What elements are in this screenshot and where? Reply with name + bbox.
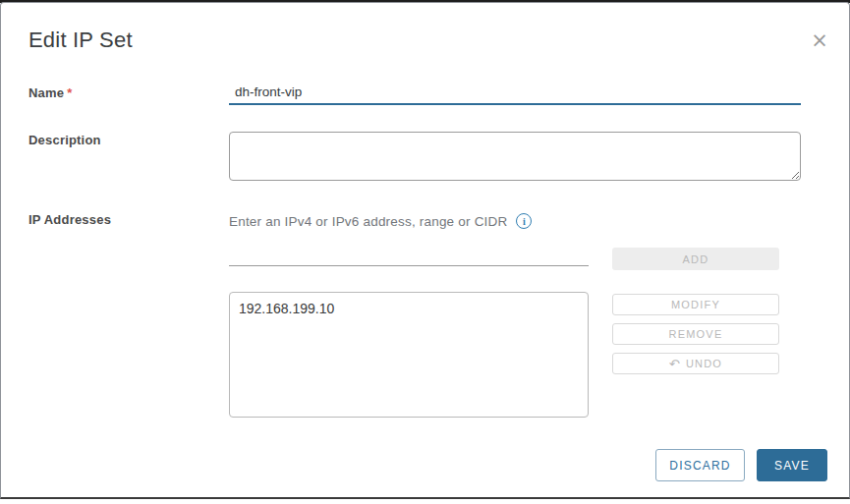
- undo-button-label: UNDO: [686, 358, 722, 369]
- description-label: Description: [28, 133, 101, 147]
- screen: Edit IP Set × Name* Description IP Addre…: [0, 0, 850, 504]
- ip-hint-row: Enter an IPv4 or IPv6 address, range or …: [229, 213, 532, 229]
- name-label: Name*: [28, 85, 72, 100]
- undo-icon: ↶: [669, 358, 681, 370]
- required-asterisk: *: [67, 85, 72, 100]
- name-label-text: Name: [28, 85, 64, 100]
- ip-addresses-label: IP Addresses: [28, 212, 111, 227]
- save-button[interactable]: SAVE: [757, 449, 827, 481]
- modify-button[interactable]: MODIFY: [612, 294, 779, 315]
- remove-button[interactable]: REMOVE: [612, 323, 779, 345]
- ip-hint-text: Enter an IPv4 or IPv6 address, range or …: [229, 214, 507, 229]
- undo-button[interactable]: ↶ UNDO: [612, 353, 779, 374]
- name-input[interactable]: [229, 84, 801, 105]
- edit-ip-set-dialog: Edit IP Set × Name* Description IP Addre…: [0, 2, 850, 499]
- close-icon[interactable]: ×: [807, 28, 832, 53]
- discard-button[interactable]: DISCARD: [655, 449, 745, 481]
- ip-address-listbox[interactable]: 192.168.199.10: [229, 292, 589, 418]
- info-icon[interactable]: i: [516, 213, 532, 229]
- description-textarea[interactable]: [229, 132, 801, 181]
- add-button[interactable]: ADD: [612, 248, 779, 270]
- dialog-title: Edit IP Set: [28, 28, 133, 53]
- ip-address-input[interactable]: [229, 245, 589, 266]
- list-item[interactable]: 192.168.199.10: [239, 300, 579, 317]
